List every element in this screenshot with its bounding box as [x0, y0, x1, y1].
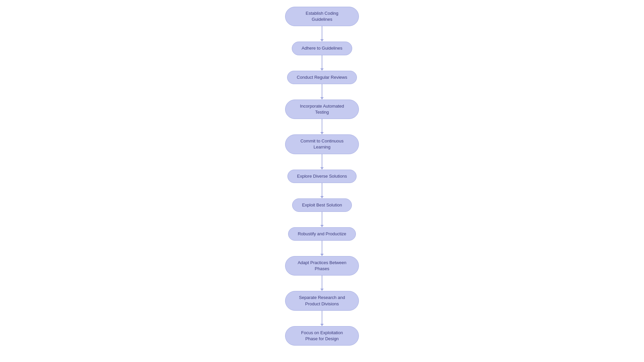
node-5: Commit to Continuous Learning — [285, 134, 359, 154]
node-3: Conduct Regular Reviews — [287, 71, 357, 84]
arrow-1 — [320, 26, 324, 42]
node-7: Exploit Best Solution — [292, 198, 352, 212]
node-1: Establish Coding Guidelines — [285, 7, 359, 26]
arrow-10 — [320, 311, 324, 326]
node-9: Adapt Practices Between Phases — [285, 256, 359, 276]
arrow-7 — [320, 212, 324, 227]
arrow-5 — [320, 154, 324, 170]
arrow-2 — [320, 55, 324, 71]
node-10: Separate Research and Product Divisions — [285, 291, 359, 310]
node-2: Adhere to Guidelines — [292, 42, 352, 55]
arrow-6 — [320, 183, 324, 198]
arrow-9 — [320, 276, 324, 291]
node-8: Robustify and Productize — [288, 227, 356, 241]
node-6: Explore Diverse Solutions — [287, 170, 357, 183]
node-11: Focus on Exploitation Phase for Design — [285, 326, 359, 346]
arrow-8 — [320, 241, 324, 256]
arrow-4 — [320, 119, 324, 134]
arrow-3 — [320, 84, 324, 100]
node-4: Incorporate Automated Testing — [285, 100, 359, 119]
flowchart: Establish Coding GuidelinesAdhere to Gui… — [285, 3, 359, 349]
